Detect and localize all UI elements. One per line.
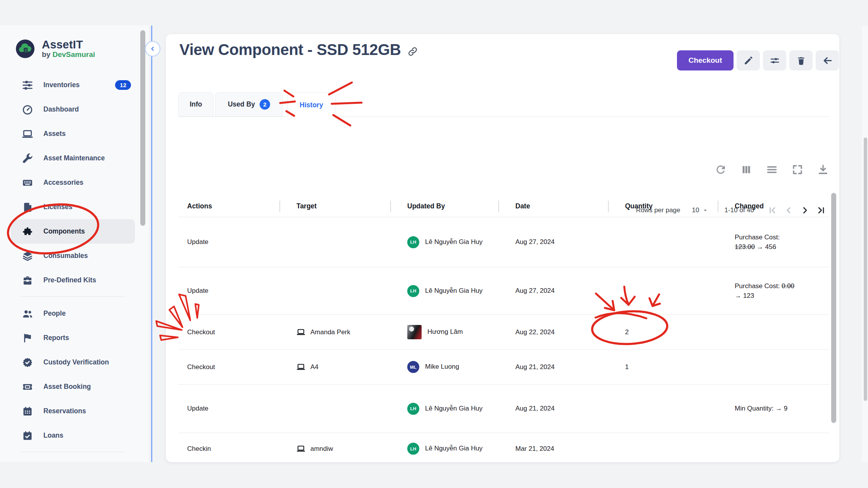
tab-count-badge: 2 <box>260 99 270 110</box>
changed-line: → 123 <box>735 291 812 301</box>
action-cell: Checkout <box>178 328 279 336</box>
avatar: LH <box>407 403 419 415</box>
sidebar-collapse-button[interactable] <box>145 41 160 57</box>
density-button[interactable] <box>766 163 778 176</box>
sidebar-item-asset-maintenance[interactable]: Asset Maintenance <box>11 146 135 170</box>
history-row: CheckoutA4MLMike LuongAug 21, 20241 <box>178 349 829 384</box>
fullscreen-button[interactable] <box>791 163 804 176</box>
filters-button[interactable] <box>763 50 786 70</box>
sidebar-item-loans[interactable]: Loans <box>11 423 135 448</box>
tab-history[interactable]: History <box>287 92 336 117</box>
keyboard-icon <box>22 177 33 189</box>
table-scrollbar[interactable] <box>831 193 836 423</box>
tab-label: Info <box>189 100 202 108</box>
fullscreen-icon <box>791 171 804 177</box>
sidebar: AssetIT by DevSamurai Inventories12Dashb… <box>0 26 149 462</box>
user-name: Mike Luong <box>425 362 459 372</box>
column-header-target[interactable]: Target <box>279 196 390 217</box>
updated-by-cell: LHLê Nguyễn Gia Huy <box>390 443 498 455</box>
sidebar-item-components[interactable]: Components <box>11 219 135 244</box>
sidebar-item-accessories[interactable]: Accessories <box>11 170 135 195</box>
badge-check-icon <box>22 357 33 368</box>
checkout-button[interactable]: Checkout <box>677 50 734 70</box>
calendar-icon <box>22 406 33 417</box>
changed-cell: Purchase Cost:123.00 → 456 <box>718 232 812 252</box>
changed-line: Purchase Cost: <box>735 232 812 242</box>
sidebar-item-consumables[interactable]: Consumables <box>11 244 135 268</box>
tab-info[interactable]: Info <box>178 92 214 117</box>
history-row: UpdateLHLê Nguyễn Gia HuyAug 27, 2024Pur… <box>178 217 829 267</box>
refresh-button[interactable] <box>715 163 727 176</box>
user-name: Lê Nguyễn Gia Huy <box>425 404 482 414</box>
action-cell: Update <box>178 238 279 246</box>
sidebar-scrollbar[interactable] <box>140 30 145 226</box>
avatar: LH <box>407 236 419 248</box>
column-header-changed[interactable]: Changed <box>718 196 829 217</box>
target-cell: Amanda Perk <box>279 328 390 337</box>
tabs: InfoUsed By2History <box>178 92 336 117</box>
history-row: UpdateLHLê Nguyễn Gia HuyAug 27, 2024Pur… <box>178 267 829 314</box>
sidebar-item-label: Custody Verification <box>43 358 109 366</box>
table-toolbar <box>715 163 829 176</box>
tab-label: History <box>300 101 323 109</box>
changed-line: Min Quantity: → 9 <box>735 404 812 414</box>
sidebar-item-custody-verification[interactable]: Custody Verification <box>11 350 135 375</box>
app-screen: AssetIT by DevSamurai Inventories12Dashb… <box>0 0 868 488</box>
pencil-icon <box>743 55 754 66</box>
sidebar-item-label: Components <box>43 227 85 235</box>
column-header-updated-by[interactable]: Updated By <box>390 196 498 217</box>
sidebar-item-label: Loans <box>43 431 64 440</box>
avatar: LH <box>407 443 419 455</box>
sidebar-item-asset-booking[interactable]: Asset Booking <box>11 375 135 399</box>
user-name: Lê Nguyễn Gia Huy <box>425 444 482 454</box>
history-row: CheckinamndiwLHLê Nguyễn Gia HuyMar 21, … <box>178 433 829 462</box>
avatar <box>407 325 422 339</box>
sidebar-item-reservations[interactable]: Reservations <box>11 399 135 423</box>
ticket-icon <box>22 381 33 393</box>
column-header-date[interactable]: Date <box>498 196 608 217</box>
avatar: LH <box>407 285 419 297</box>
column-header-quantity[interactable]: Quantity <box>608 196 718 217</box>
date-cell: Aug 27, 2024 <box>498 287 608 295</box>
toolbox-icon <box>22 275 33 286</box>
sidebar-item-label: People <box>43 309 65 318</box>
updated-by-cell: MLMike Luong <box>390 361 498 373</box>
sidebar-item-licenses[interactable]: Licenses <box>11 195 135 219</box>
assetit-logo-icon <box>16 39 35 58</box>
avatar: ML <box>407 361 419 373</box>
sidebar-item-people[interactable]: People <box>11 301 135 326</box>
back-button[interactable] <box>816 50 839 70</box>
column-header-actions[interactable]: Actions <box>178 196 279 217</box>
updated-by-cell: LHLê Nguyễn Gia Huy <box>390 236 498 248</box>
target-cell: amndiw <box>279 444 390 453</box>
sidebar-item-reports[interactable]: Reports <box>11 326 135 350</box>
date-cell: Aug 22, 2024 <box>498 328 608 336</box>
sidebar-item-pre-defined-kits[interactable]: Pre-Defined Kits <box>11 268 135 292</box>
arrow-left-icon <box>822 55 833 66</box>
gauge-icon <box>22 104 33 115</box>
user-name: Lê Nguyễn Gia Huy <box>425 237 482 247</box>
calendar-check-icon <box>22 430 33 442</box>
page-scrollbar-thumb[interactable] <box>864 137 867 401</box>
edit-button[interactable] <box>737 50 760 70</box>
delete-button[interactable] <box>789 50 813 70</box>
sidebar-item-label: Assets <box>43 130 65 138</box>
changed-cell: Min Quantity: → 9 <box>718 404 812 414</box>
date-cell: Aug 27, 2024 <box>498 238 608 246</box>
tab-used-by[interactable]: Used By2 <box>215 92 283 117</box>
download-icon <box>817 171 829 177</box>
columns-button[interactable] <box>740 163 753 176</box>
sidebar-item-dashboard[interactable]: Dashboard <box>11 97 135 122</box>
permalink-icon[interactable] <box>407 46 418 57</box>
sidebar-item-inventories[interactable]: Inventories12 <box>11 73 135 97</box>
sidebar-item-label: Consumables <box>43 252 88 260</box>
action-cell: Checkin <box>178 445 279 453</box>
sidebar-item-assets[interactable]: Assets <box>11 122 135 146</box>
download-button[interactable] <box>817 163 829 176</box>
layers-icon <box>22 250 33 262</box>
sidebar-item-label: Inventories <box>43 81 79 89</box>
updated-by-cell: LHLê Nguyễn Gia Huy <box>390 285 498 297</box>
action-cell: Checkout <box>178 363 279 371</box>
tune-icon <box>22 79 33 91</box>
sidebar-divider <box>21 296 125 297</box>
